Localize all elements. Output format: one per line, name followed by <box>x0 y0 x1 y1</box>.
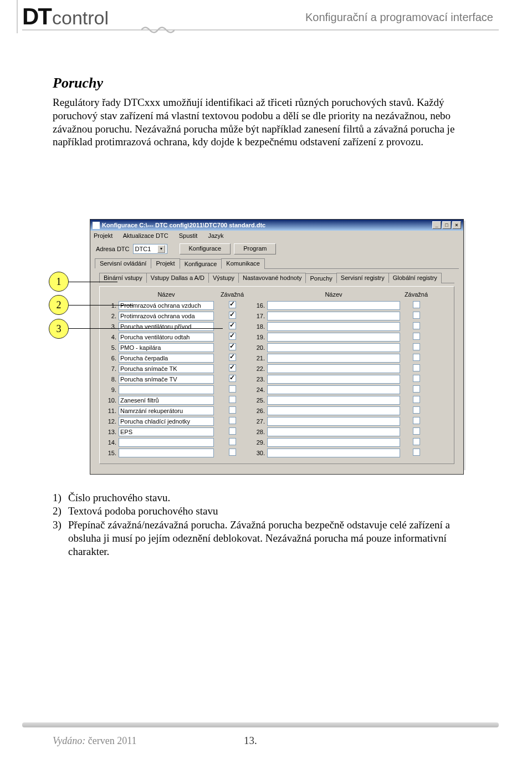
window-maximize-button[interactable]: □ <box>442 221 451 229</box>
menu-spustit[interactable]: Spustit <box>179 232 198 239</box>
fault-name-input[interactable] <box>119 375 214 384</box>
window-minimize-button[interactable]: _ <box>432 221 441 229</box>
logo-dt: DT <box>22 3 51 29</box>
severity-checkbox[interactable] <box>413 375 420 382</box>
fault-name-input[interactable] <box>119 343 214 352</box>
program-button[interactable]: Program <box>234 243 276 254</box>
severity-checkbox[interactable] <box>229 375 236 382</box>
tabs-sub-wrap: Binární vstupyVstupy Dallas a A/DVýstupy… <box>90 268 463 283</box>
severity-checkbox[interactable] <box>413 364 420 371</box>
severity-checkbox[interactable] <box>229 417 236 424</box>
fault-name-input[interactable] <box>267 364 400 373</box>
content-block: Poruchy Regulátory řady DTCxxx umožňují … <box>53 75 479 149</box>
titlebar: Konfigurace C:\--- DTC config\2011\DTC70… <box>90 220 463 231</box>
severity-checkbox[interactable] <box>413 333 420 340</box>
severity-checkbox[interactable] <box>413 354 420 361</box>
table-row: 22. <box>250 363 432 374</box>
table-row: 10. <box>103 395 250 405</box>
tab-main[interactable]: Projekt <box>151 258 180 268</box>
fault-name-input[interactable] <box>119 406 214 415</box>
row-number: 20. <box>250 344 267 351</box>
row-number: 15. <box>103 450 119 456</box>
fault-name-input[interactable] <box>267 312 400 320</box>
address-combo[interactable]: DTC1 ▾ <box>133 244 167 254</box>
menu-aktualizace[interactable]: Aktualizace DTC <box>123 232 168 239</box>
severity-checkbox[interactable] <box>413 396 420 403</box>
callout-2-line <box>69 305 133 305</box>
fault-name-input[interactable] <box>267 438 400 447</box>
severity-checkbox[interactable] <box>229 396 236 403</box>
fault-name-input[interactable] <box>267 343 400 352</box>
tab-sub[interactable]: Vstupy Dallas a A/D <box>146 273 209 283</box>
severity-checkbox[interactable] <box>413 343 420 350</box>
logo: DTcontrol <box>22 3 109 30</box>
fault-name-input[interactable] <box>119 427 214 436</box>
severity-checkbox[interactable] <box>413 417 420 424</box>
fault-name-input[interactable] <box>119 354 214 363</box>
tab-sub[interactable]: Servisní registry <box>336 273 389 283</box>
fault-name-input[interactable] <box>267 333 400 342</box>
severity-checkbox[interactable] <box>413 385 420 393</box>
fault-name-input[interactable] <box>267 417 400 426</box>
tab-main[interactable]: Konfigurace <box>180 259 222 269</box>
fault-name-input[interactable] <box>267 375 400 384</box>
menu-projekt[interactable]: Projekt <box>94 232 112 239</box>
severity-checkbox[interactable] <box>229 385 236 393</box>
severity-checkbox[interactable] <box>413 449 420 456</box>
fault-name-input[interactable] <box>267 396 400 405</box>
table-row: 25. <box>250 395 432 405</box>
severity-checkbox[interactable] <box>229 449 236 456</box>
severity-checkbox[interactable] <box>229 364 236 371</box>
fault-name-input[interactable] <box>119 417 214 426</box>
fault-name-input[interactable] <box>119 322 214 331</box>
fault-name-input[interactable] <box>267 301 400 310</box>
severity-checkbox[interactable] <box>413 438 420 445</box>
severity-checkbox[interactable] <box>413 406 420 414</box>
fault-name-input[interactable] <box>267 406 400 415</box>
tab-sub[interactable]: Globální registry <box>388 273 442 283</box>
tab-sub[interactable]: Výstupy <box>208 273 239 283</box>
footer-issued: Vydáno: červen 2011 <box>53 735 137 747</box>
fault-name-input[interactable] <box>119 312 214 320</box>
tab-main[interactable]: Komunikace <box>221 258 265 268</box>
konfigurace-button[interactable]: Konfigurace <box>180 243 231 254</box>
fault-name-input[interactable] <box>119 438 214 447</box>
severity-checkbox[interactable] <box>413 427 420 435</box>
severity-checkbox[interactable] <box>229 322 236 329</box>
severity-checkbox[interactable] <box>229 354 236 361</box>
window-close-button[interactable]: × <box>452 221 461 229</box>
fault-name-input[interactable] <box>119 396 214 405</box>
app-window: Konfigurace C:\--- DTC config\2011\DTC70… <box>90 219 464 475</box>
severity-checkbox[interactable] <box>413 301 420 308</box>
severity-checkbox[interactable] <box>229 301 236 308</box>
table-row: 2. <box>103 310 250 321</box>
severity-checkbox[interactable] <box>229 343 236 350</box>
severity-checkbox[interactable] <box>229 312 236 319</box>
tab-main[interactable]: Servisní ovládání <box>95 258 151 268</box>
fault-name-input[interactable] <box>119 385 214 394</box>
severity-checkbox[interactable] <box>229 406 236 414</box>
row-number: 6. <box>103 355 119 361</box>
fault-name-input[interactable] <box>267 354 400 363</box>
fault-name-input[interactable] <box>267 427 400 436</box>
fault-name-input[interactable] <box>119 449 214 457</box>
fault-name-input[interactable] <box>119 364 214 373</box>
table-row: 23. <box>250 374 432 384</box>
fault-name-input[interactable] <box>267 385 400 394</box>
fault-name-input[interactable] <box>267 449 400 457</box>
table-row: 26. <box>250 405 432 416</box>
table-row: 8. <box>103 374 250 384</box>
severity-checkbox[interactable] <box>229 333 236 340</box>
tab-sub[interactable]: Nastavované hodnoty <box>238 273 306 283</box>
tab-sub[interactable]: Poruchy <box>305 273 336 283</box>
severity-checkbox[interactable] <box>229 438 236 445</box>
fault-name-input[interactable] <box>119 333 214 342</box>
table-row: 30. <box>250 447 432 458</box>
severity-checkbox[interactable] <box>413 322 420 329</box>
severity-checkbox[interactable] <box>229 427 236 435</box>
fault-name-input[interactable] <box>267 322 400 331</box>
row-number: 10. <box>103 397 119 404</box>
severity-checkbox[interactable] <box>413 312 420 319</box>
menu-jazyk[interactable]: Jazyk <box>208 232 223 239</box>
table-row: 11. <box>103 405 250 416</box>
